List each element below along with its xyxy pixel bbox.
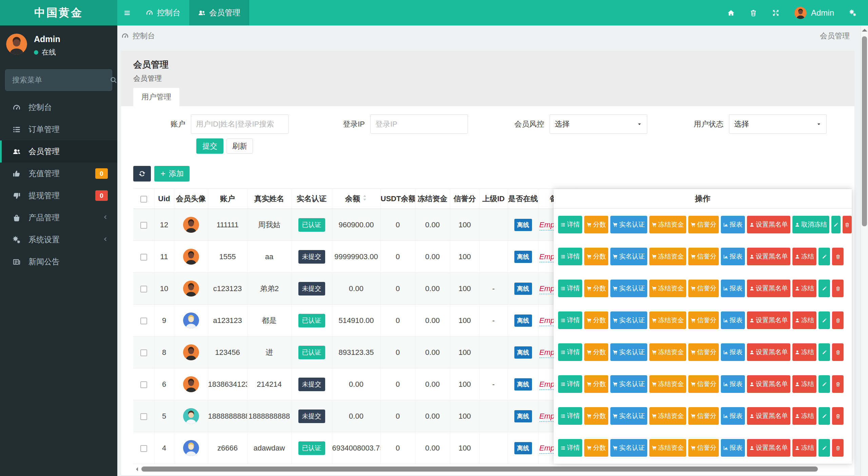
delete-button[interactable] <box>832 407 844 425</box>
realname-verify-button[interactable]: 实名认证 <box>610 375 647 393</box>
score-button[interactable]: 分数 <box>584 375 608 393</box>
delete-button[interactable] <box>832 439 844 457</box>
report-button[interactable]: 报表 <box>721 375 745 393</box>
sidebar-item-dashboard[interactable]: 控制台 <box>0 96 117 118</box>
sidebar-item-products[interactable]: 产品管理 <box>0 207 117 229</box>
select-all-checkbox[interactable] <box>140 196 147 203</box>
detail-button[interactable]: 详情 <box>558 280 582 297</box>
report-button[interactable]: 报表 <box>721 311 745 329</box>
blacklist-button[interactable]: 设置黑名单 <box>747 375 790 393</box>
submit-button[interactable]: 提交 <box>196 138 223 154</box>
detail-button[interactable]: 详情 <box>558 375 582 393</box>
refresh-button[interactable]: 刷新 <box>226 138 253 154</box>
row-checkbox[interactable] <box>140 349 147 356</box>
add-user-button[interactable]: 添加 <box>154 166 190 182</box>
sidebar-item-withdraw[interactable]: 提现管理0 <box>0 185 117 207</box>
sidebar-item-system[interactable]: 系统设置 <box>0 229 117 251</box>
credit-score-button[interactable]: 信誉分 <box>688 311 719 329</box>
report-button[interactable]: 报表 <box>721 407 745 425</box>
realname-verify-button[interactable]: 实名认证 <box>610 280 647 297</box>
realname-verify-button[interactable]: 实名认证 <box>610 248 647 265</box>
login-ip-input[interactable] <box>370 114 468 134</box>
freeze-button[interactable]: 冻结 <box>792 439 816 457</box>
edit-button[interactable] <box>818 375 830 393</box>
credit-score-button[interactable]: 信誉分 <box>688 407 719 425</box>
blacklist-button[interactable]: 设置黑名单 <box>747 248 790 265</box>
delete-button[interactable] <box>832 248 844 265</box>
row-checkbox[interactable] <box>140 222 147 229</box>
freeze-button[interactable]: 冻结 <box>792 248 816 265</box>
horizontal-scrollbar[interactable] <box>133 466 852 472</box>
unfreeze-button[interactable]: 取消冻结 <box>792 216 829 233</box>
scroll-up-arrow-icon[interactable] <box>862 29 867 32</box>
delete-button[interactable] <box>843 216 852 233</box>
detail-button[interactable]: 详情 <box>558 439 582 457</box>
row-checkbox[interactable] <box>140 413 147 420</box>
freeze-funds-button[interactable]: 冻结资金 <box>649 248 686 265</box>
vertical-scrollbar[interactable] <box>861 25 868 476</box>
horizontal-scrollbar-thumb[interactable] <box>141 467 818 472</box>
freeze-button[interactable]: 冻结 <box>792 375 816 393</box>
sort-balance[interactable] <box>362 194 367 204</box>
score-button[interactable]: 分数 <box>584 407 608 425</box>
edit-button[interactable] <box>818 407 830 425</box>
sidebar-toggle-button[interactable] <box>117 0 137 25</box>
blacklist-button[interactable]: 设置黑名单 <box>747 280 790 297</box>
row-checkbox[interactable] <box>140 381 147 388</box>
credit-score-button[interactable]: 信誉分 <box>688 280 719 297</box>
detail-button[interactable]: 详情 <box>558 343 582 361</box>
freeze-button[interactable]: 冻结 <box>792 407 816 425</box>
brand-logo[interactable]: 中国黄金 <box>0 0 117 25</box>
detail-button[interactable]: 详情 <box>558 248 582 265</box>
edit-button[interactable] <box>818 280 830 297</box>
blacklist-button[interactable]: 设置黑名单 <box>747 439 790 457</box>
row-checkbox[interactable] <box>140 286 147 292</box>
freeze-funds-button[interactable]: 冻结资金 <box>649 280 686 297</box>
fullscreen-button[interactable] <box>765 0 787 25</box>
score-button[interactable]: 分数 <box>584 343 608 361</box>
reload-button[interactable] <box>133 166 151 182</box>
sidebar-item-news[interactable]: 新闻公告 <box>0 251 117 273</box>
freeze-funds-button[interactable]: 冻结资金 <box>649 439 686 457</box>
report-button[interactable]: 报表 <box>721 216 745 233</box>
freeze-funds-button[interactable]: 冻结资金 <box>649 407 686 425</box>
report-button[interactable]: 报表 <box>721 439 745 457</box>
delete-button[interactable] <box>832 311 844 329</box>
credit-score-button[interactable]: 信誉分 <box>688 439 719 457</box>
credit-score-button[interactable]: 信誉分 <box>688 375 719 393</box>
score-button[interactable]: 分数 <box>584 280 608 297</box>
home-button[interactable] <box>720 0 742 25</box>
delete-button[interactable] <box>832 280 844 297</box>
realname-verify-button[interactable]: 实名认证 <box>610 216 647 233</box>
user-menu[interactable]: Admin <box>787 7 842 19</box>
blacklist-button[interactable]: 设置黑名单 <box>747 216 790 233</box>
edit-button[interactable] <box>818 439 830 457</box>
score-button[interactable]: 分数 <box>584 216 608 233</box>
edit-button[interactable] <box>818 343 830 361</box>
realname-verify-button[interactable]: 实名认证 <box>610 343 647 361</box>
score-button[interactable]: 分数 <box>584 248 608 265</box>
detail-button[interactable]: 详情 <box>558 311 582 329</box>
freeze-button[interactable]: 冻结 <box>792 311 816 329</box>
report-button[interactable]: 报表 <box>721 280 745 297</box>
sidebar-search-input[interactable] <box>12 76 110 84</box>
row-checkbox[interactable] <box>140 254 147 261</box>
blacklist-button[interactable]: 设置黑名单 <box>747 311 790 329</box>
sidebar-item-orders[interactable]: 订单管理 <box>0 118 117 140</box>
freeze-funds-button[interactable]: 冻结资金 <box>649 375 686 393</box>
sidebar-item-members[interactable]: 会员管理 <box>0 140 117 163</box>
score-button[interactable]: 分数 <box>584 311 608 329</box>
credit-score-button[interactable]: 信誉分 <box>688 216 719 233</box>
report-button[interactable]: 报表 <box>721 343 745 361</box>
realname-verify-button[interactable]: 实名认证 <box>610 407 647 425</box>
status-select[interactable]: 选择 <box>729 114 827 134</box>
scroll-left-arrow-icon[interactable] <box>134 467 138 471</box>
freeze-button[interactable]: 冻结 <box>792 280 816 297</box>
freeze-funds-button[interactable]: 冻结资金 <box>649 343 686 361</box>
detail-button[interactable]: 详情 <box>558 407 582 425</box>
nav-tab-dashboard[interactable]: 控制台 <box>137 0 189 25</box>
credit-score-button[interactable]: 信誉分 <box>688 343 719 361</box>
blacklist-button[interactable]: 设置黑名单 <box>747 407 790 425</box>
edit-button[interactable] <box>818 248 830 265</box>
sidebar-item-recharge[interactable]: 充值管理0 <box>0 163 117 185</box>
